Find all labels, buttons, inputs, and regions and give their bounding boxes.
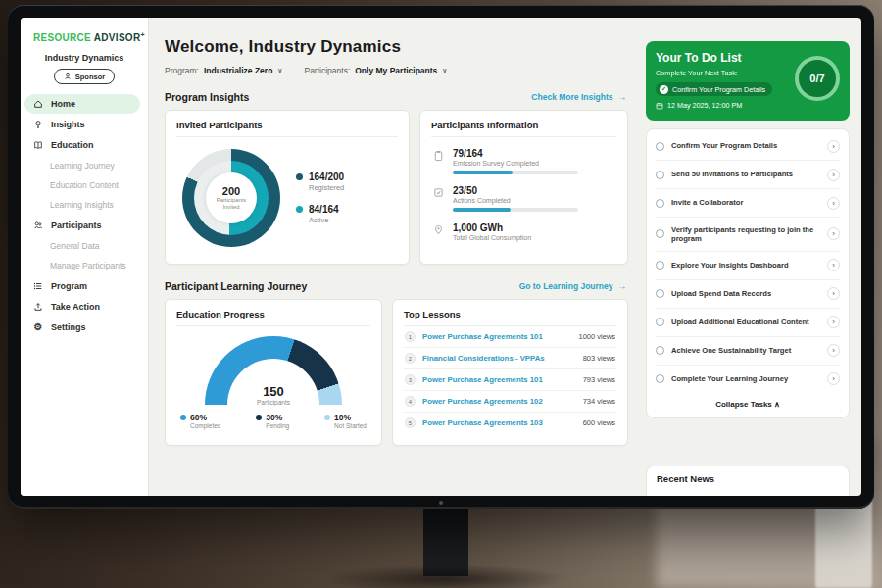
monitor-stand-shadow	[323, 564, 568, 588]
arrow-right-icon: →	[618, 92, 627, 102]
recent-news-header: Recent News	[646, 466, 850, 496]
task-label: Invite a Collaborator	[671, 198, 820, 207]
sidebar-item-general-data[interactable]: General Data	[21, 236, 148, 256]
task-row-invite-collaborator[interactable]: Invite a Collaborator ›	[655, 189, 841, 218]
sidebar-item-home[interactable]: Home	[24, 94, 140, 114]
legend-active: 84/164 Active	[296, 204, 344, 224]
collapse-tasks-link[interactable]: Collapse Tasks ∧	[655, 393, 841, 414]
task-checkbox[interactable]	[656, 261, 664, 270]
due-date-text: 12 May 2025, 12:00 PM	[667, 101, 742, 110]
chevron-right-icon[interactable]: ›	[827, 169, 840, 181]
chevron-right-icon[interactable]: ›	[827, 344, 840, 357]
not-started-label: Not Started	[334, 422, 367, 429]
chevron-right-icon[interactable]: ›	[827, 372, 840, 385]
sidebar-item-participants[interactable]: Participants	[21, 216, 140, 235]
due-date: 12 May 2025, 12:00 PM	[656, 101, 789, 110]
calendar-icon	[656, 102, 663, 110]
sidebar-item-take-action[interactable]: Take Action	[21, 297, 140, 317]
sidebar-item-learning-insights[interactable]: Learning Insights	[21, 195, 148, 215]
not-started-pct: 10%	[334, 413, 367, 422]
task-checkbox[interactable]	[656, 142, 664, 151]
sidebar-item-program[interactable]: Program	[21, 276, 140, 296]
lesson-link[interactable]: Financial Considerations - VPPAs	[422, 354, 576, 363]
lesson-views: 1000 views	[578, 332, 615, 341]
sidebar: RESOURCE ADVISOR+ Industry Dynamics Spon…	[21, 18, 149, 496]
task-row-complete-learning-journey[interactable]: Complete Your Learning Journey ›	[655, 366, 841, 393]
check-more-insights-link[interactable]: Check More Insights →	[531, 92, 626, 102]
participants-filter-value: Only My Participants	[355, 66, 437, 75]
task-checkbox[interactable]	[656, 199, 664, 208]
invited-participants-donut: 200 Participants Invited	[182, 149, 280, 247]
actions-completed-value: 23/50	[453, 185, 578, 196]
task-row-send-invitations[interactable]: Send 50 Invitations to Participants ›	[655, 161, 841, 189]
task-row-verify-participants[interactable]: Verify participants requesting to join t…	[655, 218, 841, 252]
task-checkbox[interactable]	[656, 374, 664, 383]
todo-panel: Your To Do List Complete Your Next Task:…	[638, 18, 861, 496]
lesson-link[interactable]: Power Purchase Agreements 103	[422, 418, 576, 427]
insights-cards-row: Invited Participants 200 Participants In…	[165, 110, 628, 265]
consumption-value: 1,000 GWh	[453, 222, 531, 233]
page-title: Welcome, Industry Dynamics	[165, 37, 628, 57]
task-row-achieve-target[interactable]: Achieve One Sustainability Target ›	[655, 337, 841, 366]
task-checkbox[interactable]	[656, 346, 664, 355]
consumption-row: 1,000 GWh Total Global Consumption	[431, 222, 616, 241]
lightbulb-icon	[32, 120, 44, 129]
learning-journey-header: Participant Learning Journey Go to Learn…	[165, 280, 626, 292]
lesson-link[interactable]: Power Purchase Agreements 102	[422, 397, 576, 406]
top-lessons-card: Top Lessons 1 Power Purchase Agreements …	[392, 299, 628, 446]
participants-filter[interactable]: Participants: Only My Participants ∨	[304, 66, 447, 75]
chevron-right-icon[interactable]: ›	[827, 287, 840, 300]
next-task-chip[interactable]: ✓ Confirm Your Program Details	[656, 82, 772, 96]
sidebar-item-insights[interactable]: Insights	[21, 115, 140, 134]
task-label: Explore Your Insights Dashboard	[671, 261, 820, 270]
sidebar-item-label: Insights	[51, 120, 85, 129]
invited-participants-card: Invited Participants 200 Participants In…	[165, 110, 410, 265]
task-checkbox[interactable]	[656, 318, 664, 326]
consumption-label: Total Global Consumption	[453, 234, 531, 241]
lessons-card-title: Top Lessons	[404, 309, 616, 326]
active-dot	[296, 206, 303, 213]
chevron-right-icon[interactable]: ›	[827, 259, 840, 271]
chevron-right-icon[interactable]: ›	[827, 140, 840, 153]
go-to-learning-journey-link[interactable]: Go to Learning Journey →	[519, 281, 626, 291]
sponsor-badge[interactable]: Sponsor	[54, 69, 115, 84]
education-card-title: Education Progress	[176, 309, 370, 326]
education-total-label: Participants	[205, 399, 342, 406]
lesson-link[interactable]: Power Purchase Agreements 101	[422, 332, 571, 341]
sidebar-item-label: Education	[51, 140, 94, 150]
chevron-up-icon: ∧	[774, 400, 780, 409]
sidebar-item-education-content[interactable]: Education Content	[21, 175, 148, 195]
participants-information-card: Participants Information 79/164 Emission…	[419, 110, 628, 265]
education-legend: 60% Completed 30% Pending	[176, 409, 370, 429]
lesson-rank: 5	[405, 417, 416, 428]
task-checkbox[interactable]	[656, 289, 664, 298]
task-checkbox[interactable]	[656, 171, 664, 179]
invited-legend: 164/200 Registered 84/164 Active	[296, 172, 344, 224]
actions-completed-progress	[453, 208, 578, 212]
sidebar-item-learning-journey[interactable]: Learning Journey	[21, 156, 148, 175]
sidebar-item-settings[interactable]: ⚙ Settings	[21, 318, 140, 337]
task-row-upload-educational-content[interactable]: Upload Additional Educational Content ›	[655, 309, 841, 337]
chevron-right-icon[interactable]: ›	[827, 197, 840, 210]
gear-icon: ⚙	[32, 322, 44, 332]
participants-filter-label: Participants:	[304, 66, 350, 75]
task-row-explore-insights[interactable]: Explore Your Insights Dashboard ›	[655, 252, 841, 280]
program-insights-header: Program Insights Check More Insights →	[165, 91, 626, 103]
lesson-link[interactable]: Power Purchase Agreements 101	[422, 375, 576, 384]
sidebar-item-education[interactable]: Education	[21, 135, 140, 155]
clipboard-icon	[431, 150, 445, 162]
main-content: Welcome, Industry Dynamics Program: Indu…	[149, 18, 638, 496]
sidebar-item-label: Settings	[51, 322, 86, 332]
task-checkbox[interactable]	[656, 229, 664, 238]
completed-pct: 60%	[190, 413, 220, 422]
task-row-upload-spend-data[interactable]: Upload Spend Data Records ›	[655, 280, 841, 309]
program-filter[interactable]: Program: Industrialize Zero ∨	[165, 66, 282, 75]
arrow-right-icon: →	[618, 281, 627, 291]
completed-label: Completed	[190, 422, 220, 429]
task-label: Achieve One Sustainability Target	[671, 346, 820, 355]
sidebar-item-manage-participants[interactable]: Manage Participants	[21, 256, 148, 275]
task-row-confirm-program[interactable]: Confirm Your Program Details ›	[655, 132, 841, 161]
invited-total-label: Participants Invited	[212, 197, 251, 211]
chevron-right-icon[interactable]: ›	[827, 316, 840, 328]
chevron-right-icon[interactable]: ›	[827, 227, 840, 240]
